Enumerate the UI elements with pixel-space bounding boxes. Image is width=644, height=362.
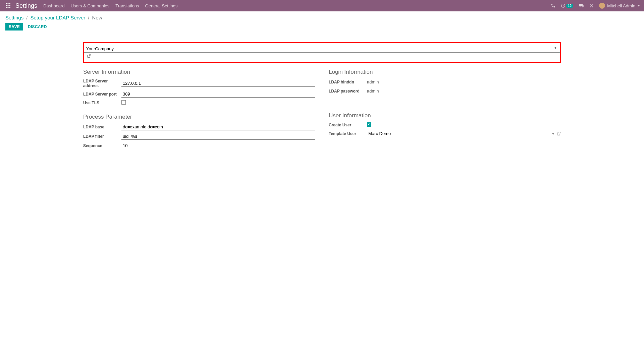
input-template-user[interactable] — [367, 130, 555, 137]
discard-button[interactable]: DISCARD — [24, 23, 50, 31]
control-panel: Settings / Setup your LDAP Server / New … — [0, 11, 644, 34]
menu-users-companies[interactable]: Users & Companies — [71, 3, 110, 8]
svg-rect-8 — [9, 7, 10, 8]
section-title-server-info: Server Information — [83, 69, 315, 75]
section-title-login-info: Login Information — [329, 69, 561, 75]
left-column: Server Information LDAP Server address L… — [83, 67, 315, 157]
checkbox-create-user[interactable] — [367, 122, 371, 127]
user-menu[interactable]: Mitchell Admin — [599, 3, 640, 9]
svg-rect-1 — [8, 3, 9, 4]
company-field-highlight: ▼ — [83, 42, 561, 63]
svg-rect-6 — [6, 7, 7, 8]
section-title-user-info: User Information — [329, 112, 561, 119]
top-navbar: Settings Dashboard Users & Companies Tra… — [0, 0, 644, 11]
top-menu: Dashboard Users & Companies Translations… — [43, 3, 177, 8]
apps-icon[interactable] — [4, 2, 12, 10]
value-ldap-binddn: admin — [367, 79, 561, 85]
close-icon[interactable] — [589, 4, 594, 8]
navbar-right: 12 Mitchell Admin — [551, 3, 641, 9]
input-ldap-server-port[interactable] — [121, 91, 315, 98]
label-ldap-filter: LDAP filter — [83, 134, 121, 139]
app-title[interactable]: Settings — [15, 2, 37, 9]
label-ldap-binddn: LDAP binddn — [329, 80, 367, 84]
menu-translations[interactable]: Translations — [115, 3, 139, 8]
svg-rect-0 — [6, 3, 7, 4]
breadcrumb-root[interactable]: Settings — [5, 15, 23, 20]
action-buttons: SAVE DISCARD — [5, 23, 639, 31]
form-sheet: ▼ Server Information LDAP Server address… — [80, 34, 564, 165]
breadcrumb-current: New — [92, 15, 102, 20]
label-create-user: Create User — [329, 123, 367, 127]
label-ldap-server-port: LDAP Server port — [83, 92, 121, 97]
process-parameter-section: Process Parameter LDAP base LDAP filter … — [83, 114, 315, 149]
section-title-process-param: Process Parameter — [83, 114, 315, 120]
discuss-icon[interactable] — [579, 3, 584, 8]
label-use-tls: Use TLS — [83, 101, 121, 105]
menu-general-settings[interactable]: General Settings — [145, 3, 178, 8]
user-name: Mitchell Admin — [607, 3, 635, 8]
svg-rect-2 — [9, 3, 10, 4]
checkbox-use-tls[interactable] — [121, 100, 126, 105]
right-column: Login Information LDAP binddn admin LDAP… — [329, 67, 561, 157]
input-ldap-filter[interactable] — [121, 133, 315, 140]
label-ldap-base: LDAP base — [83, 125, 121, 129]
login-information-section: Login Information LDAP binddn admin LDAP… — [329, 69, 561, 94]
svg-rect-7 — [8, 7, 9, 8]
activity-badge: 12 — [566, 4, 573, 8]
breadcrumb: Settings / Setup your LDAP Server / New — [5, 15, 639, 20]
avatar — [599, 3, 605, 9]
breadcrumb-parent[interactable]: Setup your LDAP Server — [30, 15, 85, 20]
input-ldap-base[interactable] — [121, 124, 315, 130]
label-ldap-server-address: LDAP Server address — [83, 79, 121, 88]
label-template-user: Template User — [329, 131, 367, 136]
label-sequence: Sequence — [83, 143, 121, 148]
value-ldap-password: admin — [367, 88, 561, 94]
chevron-down-icon — [637, 4, 640, 7]
phone-icon[interactable] — [551, 3, 555, 8]
user-information-section: User Information Create User Template Us… — [329, 112, 561, 137]
svg-rect-4 — [8, 5, 9, 6]
activity-icon[interactable]: 12 — [561, 3, 573, 8]
input-ldap-server-address[interactable] — [121, 80, 315, 87]
input-sequence[interactable] — [121, 142, 315, 149]
server-information-section: Server Information LDAP Server address L… — [83, 69, 315, 106]
svg-rect-3 — [6, 5, 7, 6]
save-button[interactable]: SAVE — [5, 23, 23, 31]
menu-dashboard[interactable]: Dashboard — [43, 3, 65, 8]
label-ldap-password: LDAP password — [329, 89, 367, 94]
external-link-icon[interactable] — [557, 132, 561, 136]
svg-rect-5 — [9, 5, 10, 6]
external-link-icon[interactable] — [87, 54, 91, 58]
company-input[interactable] — [84, 45, 560, 53]
